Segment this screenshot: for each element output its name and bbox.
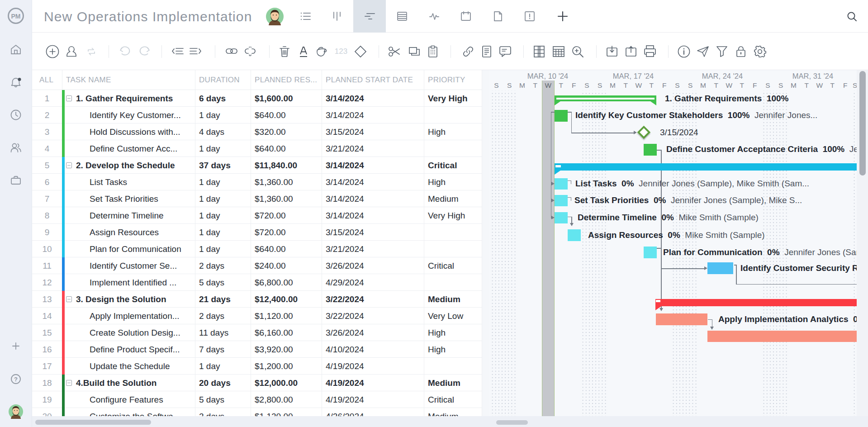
svg-text:?: ? (14, 376, 18, 383)
svg-text:123: 123 (335, 47, 347, 56)
svg-text:PM: PM (11, 13, 21, 20)
